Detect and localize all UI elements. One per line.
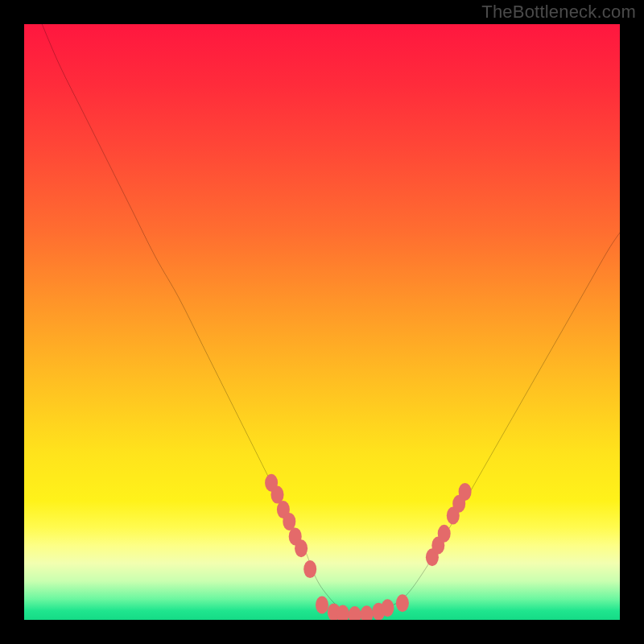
highlight-marker bbox=[303, 560, 316, 578]
highlight-marker bbox=[349, 606, 361, 620]
highlight-marker bbox=[316, 597, 328, 614]
highlight-marker bbox=[271, 486, 284, 504]
highlight-marker bbox=[283, 513, 295, 530]
watermark-label: TheBottleneck.com bbox=[481, 2, 636, 23]
highlight-marker bbox=[295, 539, 308, 557]
highlight-marker bbox=[361, 605, 374, 620]
highlight-marker bbox=[396, 594, 409, 612]
plot-area bbox=[24, 24, 620, 620]
chart-stage: TheBottleneck.com bbox=[0, 0, 644, 644]
highlight-markers bbox=[24, 24, 620, 620]
highlight-marker bbox=[459, 483, 472, 501]
highlight-marker bbox=[381, 599, 394, 617]
highlight-marker bbox=[438, 525, 451, 543]
